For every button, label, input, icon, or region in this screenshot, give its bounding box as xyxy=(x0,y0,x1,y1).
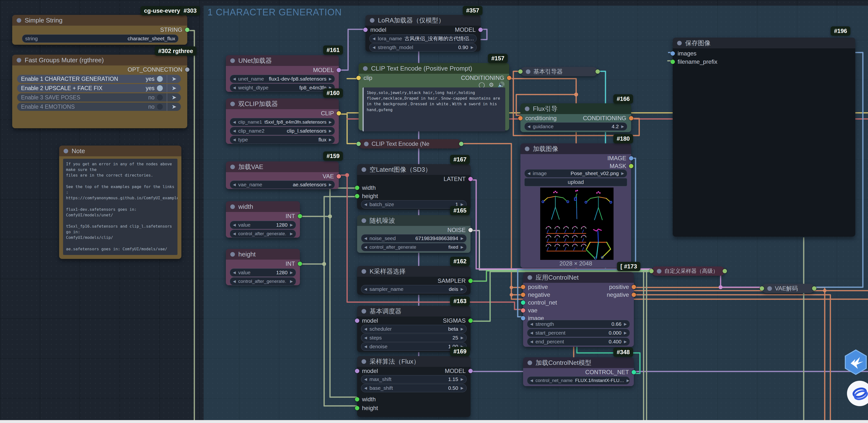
collapsed-input-port[interactable] xyxy=(518,69,523,74)
node-title-bar[interactable]: 随机噪波 xyxy=(357,215,470,226)
node-title-bar[interactable]: 空Latent图像（SD3） xyxy=(357,164,470,175)
left-arrow-icon[interactable]: ◀ xyxy=(233,270,236,275)
lora-name-widget[interactable]: ◀lora_name古风侠侣_没有雕的古代情侣…▶ xyxy=(369,34,477,43)
sampler-name-widget[interactable]: ◀sampler_namedeis▶ xyxy=(361,285,467,293)
left-arrow-icon[interactable]: ◀ xyxy=(364,236,367,240)
collapse-dot[interactable] xyxy=(362,167,366,172)
node-random-noise[interactable]: 随机噪波 NOISE ◀noise_seed671983948663894▶ ◀… xyxy=(357,215,470,253)
node-fast-groups-muter[interactable]: Fast Groups Muter (rgthree) OPT_CONNECTI… xyxy=(12,55,187,128)
toggle-enable-3[interactable]: Enable 3 SAVE POSESno➤ xyxy=(17,93,181,102)
node-title-bar[interactable]: 基本调度器 xyxy=(357,306,470,317)
images-input-port[interactable] xyxy=(671,51,675,56)
node-title-bar[interactable]: Simple String xyxy=(12,15,187,26)
collapsed-input-port[interactable] xyxy=(356,142,361,146)
toggle-knob[interactable] xyxy=(157,76,163,82)
scheduler-widget[interactable]: ◀schedulerbeta▶ xyxy=(361,325,467,333)
left-arrow-icon[interactable]: ◀ xyxy=(364,327,367,331)
conditioning-output-port[interactable] xyxy=(507,76,512,80)
right-arrow-icon[interactable]: ▶ xyxy=(290,231,293,236)
negative-output-port[interactable] xyxy=(632,293,636,297)
right-arrow-icon[interactable]: ▶ xyxy=(329,183,332,187)
node-title-bar[interactable]: 应用ControlNet xyxy=(523,272,634,283)
collapse-dot[interactable] xyxy=(362,218,366,223)
clip-name2-widget[interactable]: ◀clip_name2clip_l.safetensors▶ xyxy=(230,127,335,135)
node-title-bar[interactable]: height xyxy=(226,249,300,260)
node-flux-guidance[interactable]: Flux引导 conditioningCONDITIONING ◀guidanc… xyxy=(520,103,631,132)
right-arrow-icon[interactable]: ▶ xyxy=(461,386,463,390)
vae-name-widget[interactable]: ◀vae_nameae.safetensors▶ xyxy=(230,181,335,189)
left-arrow-icon[interactable]: ◀ xyxy=(233,231,236,236)
collapse-dot[interactable] xyxy=(230,102,235,106)
control-after-generate-widget[interactable]: ◀control_after_generatefixed▶ xyxy=(361,243,467,251)
node-clip-text-encode-positive[interactable]: CLIP Text Encode (Positive Prompt) clipC… xyxy=(359,63,509,130)
left-arrow-icon[interactable]: ◀ xyxy=(364,202,367,206)
toggle-main[interactable]: Enable 2 UPSCALE + FACE FIXyes xyxy=(17,84,167,92)
sigmas-output-port[interactable] xyxy=(468,319,473,323)
node-title-bar[interactable]: 加载ControlNet模型 xyxy=(523,357,634,368)
int-output-port[interactable] xyxy=(298,214,302,218)
toggle-enable-2[interactable]: Enable 2 UPSCALE + FACE FIXyes➤ xyxy=(17,84,181,92)
string-widget[interactable]: stringcharacter_sheet_flux xyxy=(22,34,179,43)
right-arrow-icon[interactable]: ▶ xyxy=(290,279,293,284)
node-title-bar[interactable]: 加载图像 xyxy=(520,143,631,154)
jump-arrow-icon[interactable]: ➤ xyxy=(167,103,181,111)
node-height[interactable]: height INT ◀value1280▶ ◀control_after_ge… xyxy=(226,249,300,285)
left-arrow-icon[interactable]: ◀ xyxy=(527,171,530,175)
node-title-bar[interactable]: Flux引导 xyxy=(520,103,631,114)
node-basic-guider-collapsed[interactable]: 基本引导器 xyxy=(520,67,598,76)
steps-widget[interactable]: ◀steps25▶ xyxy=(361,334,467,342)
end-percent-widget[interactable]: ◀end_percent0.400▶ xyxy=(527,337,630,346)
collapse-dot[interactable] xyxy=(526,69,530,74)
node-basic-scheduler[interactable]: 基本调度器 modelSIGMAS ◀schedulerbeta▶ ◀steps… xyxy=(357,306,470,352)
conditioning-input-port[interactable] xyxy=(518,116,523,121)
node-model-sampling-flux[interactable]: 采样算法（Flux） modelMODEL ◀max_shift1.15▶ ◀b… xyxy=(357,356,470,417)
node-title-bar[interactable]: CLIP Text Encode (Positive Prompt) xyxy=(359,63,509,74)
left-arrow-icon[interactable]: ◀ xyxy=(233,137,236,142)
right-arrow-icon[interactable]: ▶ xyxy=(621,171,624,175)
node-custom-sampler-collapsed[interactable]: 自定义采样器（高级） xyxy=(651,266,725,276)
left-arrow-icon[interactable]: ◀ xyxy=(530,331,533,335)
strength-model-widget[interactable]: ◀strength_model0.90▶ xyxy=(369,43,477,52)
node-load-controlnet[interactable]: 加载ControlNet模型 CONTROL_NET ◀control_net_… xyxy=(523,357,634,386)
sampler-output-port[interactable] xyxy=(468,279,473,283)
collapse-dot[interactable] xyxy=(657,269,661,273)
clip-name1-widget[interactable]: ◀clip_name1t5xxl_fp8_e4m3fn.safetensors▶ xyxy=(230,118,335,126)
collapse-dot[interactable] xyxy=(362,359,366,364)
left-arrow-icon[interactable]: ◀ xyxy=(364,344,367,349)
collapse-dot[interactable] xyxy=(525,106,529,111)
node-title-bar[interactable]: UNet加载器 xyxy=(226,55,339,66)
node-dual-clip-loader[interactable]: 双CLIP加载器 CLIP ◀clip_name1t5xxl_fp8_e4m3f… xyxy=(226,98,339,144)
max-shift-widget[interactable]: ◀max_shift1.15▶ xyxy=(361,375,467,384)
left-arrow-icon[interactable]: ◀ xyxy=(233,86,236,90)
right-arrow-icon[interactable]: ▶ xyxy=(290,270,293,275)
collapse-dot[interactable] xyxy=(677,41,682,45)
collapse-dot[interactable] xyxy=(767,286,772,291)
conditioning-output-port[interactable] xyxy=(629,116,633,121)
control-net-output-port[interactable] xyxy=(632,370,636,375)
model-input-port[interactable] xyxy=(363,28,368,32)
node-title-bar[interactable]: width xyxy=(226,201,300,212)
collapse-dot[interactable] xyxy=(230,165,235,169)
right-arrow-icon[interactable]: ▶ xyxy=(626,378,629,383)
value-widget[interactable]: ◀value1280▶ xyxy=(230,268,296,277)
run-circle-icon[interactable]: ◯ xyxy=(478,82,485,88)
model-input-port[interactable] xyxy=(355,319,359,323)
left-arrow-icon[interactable]: ◀ xyxy=(233,77,236,81)
toggle-knob[interactable] xyxy=(157,85,163,91)
toggle-enable-4[interactable]: Enable 4 EMOTIONSno➤ xyxy=(17,103,181,111)
unet-name-widget[interactable]: ◀unet_nameflux1-dev-fp8.safetensors▶ xyxy=(230,75,335,83)
node-ksampler-select[interactable]: K采样器选择 SAMPLER ◀sampler_namedeis▶ xyxy=(357,266,470,295)
collapse-dot[interactable] xyxy=(230,204,235,209)
left-arrow-icon[interactable]: ◀ xyxy=(373,36,375,41)
toggle-main[interactable]: Enable 3 SAVE POSESno xyxy=(17,93,167,102)
left-arrow-icon[interactable]: ◀ xyxy=(530,378,533,383)
right-arrow-icon[interactable]: ▶ xyxy=(329,129,332,133)
right-arrow-icon[interactable]: ▶ xyxy=(461,335,463,340)
left-arrow-icon[interactable]: ◀ xyxy=(373,45,375,50)
collapse-dot[interactable] xyxy=(17,58,21,63)
strength-widget[interactable]: ◀strength0.66▶ xyxy=(527,320,630,328)
toggle-main[interactable]: Enable 1 CHARACTER GENERATIONyes xyxy=(17,75,167,83)
left-arrow-icon[interactable]: ◀ xyxy=(233,129,236,133)
base-shift-widget[interactable]: ◀base_shift0.50▶ xyxy=(361,384,467,392)
node-apply-controlnet[interactable]: 应用ControlNet positivepositive negativene… xyxy=(523,272,634,347)
